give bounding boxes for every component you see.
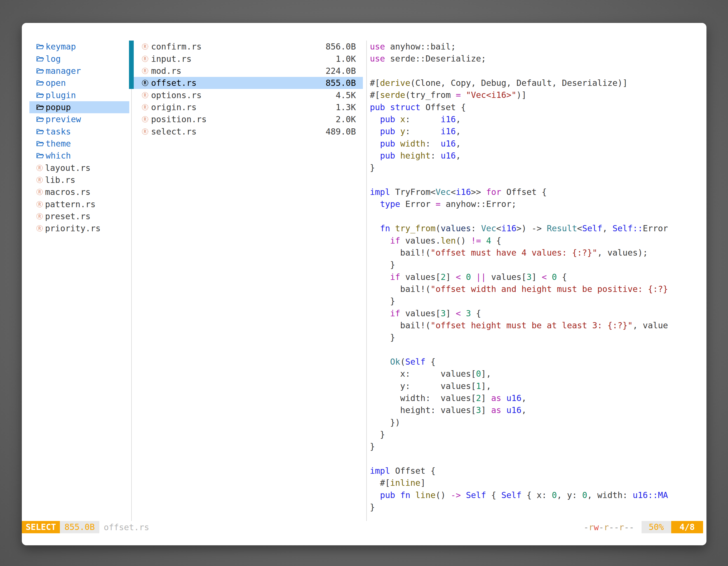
file-permissions: -rw-r--r--	[584, 522, 634, 532]
code-line: width: values[2] as u16,	[370, 392, 704, 404]
list-scrollbar[interactable]	[129, 41, 134, 89]
code-line: pub fn line() -> Self { Self { x: 0, y: …	[370, 489, 704, 501]
mode-badge: SELECT	[22, 521, 60, 533]
sidebar-item-layout-rs[interactable]: Rlayout.rs	[29, 162, 129, 174]
code-line: pub width: u16,	[370, 138, 704, 150]
open-folder-icon	[36, 128, 44, 136]
code-line: bail!("offset must have 4 values: {:?}",…	[370, 247, 704, 259]
sidebar-item-open[interactable]: open	[29, 77, 129, 89]
svg-text:R: R	[144, 44, 147, 49]
sidebar-item-manager[interactable]: manager	[29, 65, 129, 77]
code-line: }	[370, 162, 704, 174]
code-line: pub height: u16,	[370, 150, 704, 162]
svg-text:R: R	[144, 80, 147, 86]
code-line: fn try_from(values: Vec<i16>) -> Result<…	[370, 222, 704, 234]
file-name: mod.rs	[151, 66, 181, 76]
open-folder-icon	[36, 43, 44, 51]
file-name: confirm.rs	[151, 42, 202, 51]
file-row-position-rs[interactable]: Rposition.rs2.0K	[134, 113, 363, 125]
open-folder-icon	[36, 140, 44, 148]
code-line	[370, 210, 704, 222]
code-line	[370, 65, 704, 77]
item-label: keymap	[46, 42, 76, 51]
code-line	[370, 174, 704, 186]
code-line: pub struct Offset {	[370, 101, 704, 113]
file-row-mod-rs[interactable]: Rmod.rs224.0B	[134, 65, 363, 77]
sidebar-item-lib-rs[interactable]: Rlib.rs	[29, 174, 129, 186]
svg-text:R: R	[38, 226, 41, 231]
code-line: }	[370, 331, 704, 343]
code-line: if values[2] < 0 || values[3] < 0 {	[370, 271, 704, 283]
file-row-options-rs[interactable]: Roptions.rs4.5K	[134, 89, 363, 101]
code-line: y: values[1],	[370, 380, 704, 392]
status-filename: offset.rs	[104, 522, 149, 532]
current-directory-pane: Rconfirm.rs856.0BRinput.rs1.0KRmod.rs224…	[134, 41, 363, 138]
open-folder-icon	[36, 91, 44, 99]
rust-file-icon: R	[36, 188, 43, 196]
code-line: }	[370, 259, 704, 271]
file-size: 224.0B	[326, 66, 356, 76]
item-label: log	[46, 54, 61, 64]
desktop-background: keymaplogmanageropenpluginpopuppreviewta…	[0, 0, 728, 566]
file-name: offset.rs	[151, 78, 197, 88]
file-size: 856.0B	[326, 42, 356, 51]
file-size: 855.0B	[326, 78, 356, 88]
status-right-group: -rw-r--r-- 50% 4/8	[584, 521, 703, 533]
item-label: layout.rs	[45, 163, 91, 173]
sidebar-item-which[interactable]: which	[29, 150, 129, 162]
code-line: if values.len() != 4 {	[370, 235, 704, 247]
open-folder-icon	[36, 55, 44, 63]
sidebar-item-preset-rs[interactable]: Rpreset.rs	[29, 210, 129, 222]
rust-file-icon: R	[141, 43, 149, 50]
rust-file-icon: R	[141, 55, 149, 63]
code-line: use serde::Deserialize;	[370, 53, 704, 65]
code-line: }	[370, 440, 704, 452]
sidebar-item-macros-rs[interactable]: Rmacros.rs	[29, 186, 129, 198]
item-label: priority.rs	[45, 224, 101, 233]
cursor-position-badge: 4/8	[671, 521, 703, 533]
sidebar-item-pattern-rs[interactable]: Rpattern.rs	[29, 198, 129, 210]
file-row-offset-rs[interactable]: Roffset.rs855.0B	[134, 77, 363, 89]
sidebar-item-priority-rs[interactable]: Rpriority.rs	[29, 222, 129, 234]
code-line	[370, 344, 704, 356]
rust-file-icon: R	[141, 104, 149, 111]
sidebar-item-log[interactable]: log	[29, 53, 129, 65]
file-name: position.rs	[151, 114, 207, 124]
code-line: #[serde(try_from = "Vec<i16>")]	[370, 89, 704, 101]
svg-text:R: R	[144, 117, 147, 122]
parent-directory-pane: keymaplogmanageropenpluginpopuppreviewta…	[29, 41, 129, 235]
code-line	[370, 453, 704, 465]
file-row-confirm-rs[interactable]: Rconfirm.rs856.0B	[134, 41, 363, 53]
open-folder-icon	[36, 79, 44, 87]
sidebar-item-tasks[interactable]: tasks	[29, 125, 129, 137]
rust-file-icon: R	[36, 176, 43, 184]
status-left-group: SELECT 855.0B offset.rs	[22, 521, 149, 533]
sidebar-item-popup[interactable]: popup	[29, 101, 129, 113]
open-folder-icon	[36, 115, 44, 123]
file-size: 1.3K	[336, 102, 356, 112]
file-row-input-rs[interactable]: Rinput.rs1.0K	[134, 53, 363, 65]
rust-file-icon: R	[141, 116, 149, 123]
code-line: if values[3] < 3 {	[370, 307, 704, 319]
item-label: pattern.rs	[45, 200, 96, 209]
sidebar-item-keymap[interactable]: keymap	[29, 41, 129, 53]
rust-file-icon: R	[141, 67, 149, 75]
sidebar-item-theme[interactable]: theme	[29, 138, 129, 150]
code-line: })	[370, 416, 704, 428]
item-label: preset.rs	[45, 212, 91, 221]
file-row-select-rs[interactable]: Rselect.rs489.0B	[134, 125, 363, 137]
item-label: tasks	[46, 127, 71, 137]
file-size: 2.0K	[336, 114, 356, 124]
sidebar-item-plugin[interactable]: plugin	[29, 89, 129, 101]
file-size-badge: 855.0B	[60, 521, 99, 533]
sidebar-item-preview[interactable]: preview	[29, 113, 129, 125]
item-label: macros.rs	[45, 187, 91, 197]
code-line: pub x: i16,	[370, 113, 704, 125]
item-label: manager	[46, 66, 81, 76]
svg-text:R: R	[38, 165, 41, 171]
code-line: x: values[0],	[370, 368, 704, 380]
file-name: select.rs	[151, 127, 197, 137]
file-preview-pane: use anyhow::bail;use serde::Deserialize;…	[370, 41, 704, 513]
file-row-origin-rs[interactable]: Rorigin.rs1.3K	[134, 101, 363, 113]
file-size: 1.0K	[336, 54, 356, 64]
